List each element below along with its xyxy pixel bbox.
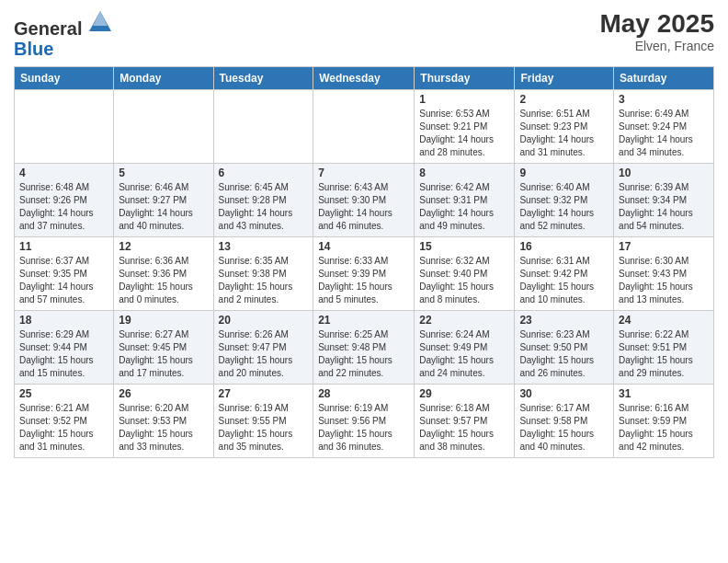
calendar-cell: 22Sunrise: 6:24 AM Sunset: 9:49 PM Dayli… [415,311,515,385]
day-info: Sunrise: 6:25 AM Sunset: 9:48 PM Dayligh… [318,328,409,380]
calendar-cell: 16Sunrise: 6:31 AM Sunset: 9:42 PM Dayli… [515,237,614,311]
day-info: Sunrise: 6:26 AM Sunset: 9:47 PM Dayligh… [219,328,309,380]
day-number: 15 [419,240,509,253]
day-number: 21 [318,314,409,327]
day-number: 16 [519,240,609,253]
day-info: Sunrise: 6:37 AM Sunset: 9:35 PM Dayligh… [19,255,108,306]
day-info: Sunrise: 6:40 AM Sunset: 9:32 PM Dayligh… [519,181,609,233]
calendar-cell: 1Sunrise: 6:53 AM Sunset: 9:21 PM Daylig… [415,90,515,164]
calendar-cell: 9Sunrise: 6:40 AM Sunset: 9:32 PM Daylig… [515,164,614,237]
weekday-header: Sunday [15,67,114,90]
calendar-week-row: 25Sunrise: 6:21 AM Sunset: 9:52 PM Dayli… [15,385,714,458]
calendar-table: SundayMondayTuesdayWednesdayThursdayFrid… [14,66,714,458]
day-number: 8 [419,167,509,179]
calendar-cell: 8Sunrise: 6:42 AM Sunset: 9:31 PM Daylig… [415,164,515,237]
calendar-cell [15,90,114,164]
day-info: Sunrise: 6:19 AM Sunset: 9:56 PM Dayligh… [318,402,409,454]
weekday-header: Saturday [614,67,714,90]
day-number: 7 [318,167,409,179]
month-year: May 2025 [599,9,714,39]
day-info: Sunrise: 6:39 AM Sunset: 9:34 PM Dayligh… [619,181,709,233]
calendar-cell: 14Sunrise: 6:33 AM Sunset: 9:39 PM Dayli… [313,237,415,311]
calendar-week-row: 18Sunrise: 6:29 AM Sunset: 9:44 PM Dayli… [15,311,714,385]
weekday-header: Friday [515,67,614,90]
day-number: 12 [119,240,208,253]
day-info: Sunrise: 6:19 AM Sunset: 9:55 PM Dayligh… [219,402,309,454]
day-info: Sunrise: 6:53 AM Sunset: 9:21 PM Dayligh… [419,108,509,159]
day-info: Sunrise: 6:46 AM Sunset: 9:27 PM Dayligh… [119,181,208,233]
day-number: 22 [419,314,509,327]
svg-marker-1 [93,11,108,26]
logo: General Blue [14,9,113,59]
calendar-week-row: 1Sunrise: 6:53 AM Sunset: 9:21 PM Daylig… [15,90,714,164]
logo-icon [82,18,113,39]
day-number: 19 [119,314,208,327]
logo-blue-text: Blue [14,39,53,59]
weekday-header: Tuesday [213,67,313,90]
day-info: Sunrise: 6:20 AM Sunset: 9:53 PM Dayligh… [119,402,208,454]
day-number: 17 [619,240,709,253]
day-info: Sunrise: 6:21 AM Sunset: 9:52 PM Dayligh… [19,402,108,454]
day-info: Sunrise: 6:49 AM Sunset: 9:24 PM Dayligh… [619,108,709,159]
day-info: Sunrise: 6:45 AM Sunset: 9:28 PM Dayligh… [219,181,309,233]
day-number: 2 [519,93,609,106]
day-info: Sunrise: 6:22 AM Sunset: 9:51 PM Dayligh… [619,328,709,380]
day-info: Sunrise: 6:30 AM Sunset: 9:43 PM Dayligh… [619,255,709,306]
day-info: Sunrise: 6:24 AM Sunset: 9:49 PM Dayligh… [419,328,509,380]
day-number: 30 [519,387,609,400]
day-number: 20 [219,314,309,327]
day-info: Sunrise: 6:23 AM Sunset: 9:50 PM Dayligh… [519,328,609,380]
day-number: 27 [219,387,309,400]
day-number: 6 [219,167,309,179]
weekday-header: Monday [114,67,213,90]
day-number: 24 [619,314,709,327]
day-number: 23 [519,314,609,327]
day-info: Sunrise: 6:33 AM Sunset: 9:39 PM Dayligh… [318,255,409,306]
calendar-cell: 7Sunrise: 6:43 AM Sunset: 9:30 PM Daylig… [313,164,415,237]
calendar-cell: 2Sunrise: 6:51 AM Sunset: 9:23 PM Daylig… [515,90,614,164]
header: General Blue May 2025 Elven, France [14,9,714,59]
day-info: Sunrise: 6:35 AM Sunset: 9:38 PM Dayligh… [219,255,309,306]
calendar-cell [313,90,415,164]
header-row: SundayMondayTuesdayWednesdayThursdayFrid… [15,67,714,90]
day-number: 29 [419,387,509,400]
day-number: 14 [318,240,409,253]
weekday-header: Wednesday [313,67,415,90]
calendar-week-row: 4Sunrise: 6:48 AM Sunset: 9:26 PM Daylig… [15,164,714,237]
day-number: 1 [419,93,509,106]
calendar-cell [114,90,213,164]
day-info: Sunrise: 6:27 AM Sunset: 9:45 PM Dayligh… [119,328,208,380]
day-number: 10 [619,167,709,179]
calendar-cell: 18Sunrise: 6:29 AM Sunset: 9:44 PM Dayli… [15,311,114,385]
day-info: Sunrise: 6:31 AM Sunset: 9:42 PM Dayligh… [519,255,609,306]
calendar-cell: 4Sunrise: 6:48 AM Sunset: 9:26 PM Daylig… [15,164,114,237]
calendar-week-row: 11Sunrise: 6:37 AM Sunset: 9:35 PM Dayli… [15,237,714,311]
day-number: 9 [519,167,609,179]
day-info: Sunrise: 6:32 AM Sunset: 9:40 PM Dayligh… [419,255,509,306]
calendar-cell: 30Sunrise: 6:17 AM Sunset: 9:58 PM Dayli… [515,385,614,458]
day-info: Sunrise: 6:17 AM Sunset: 9:58 PM Dayligh… [519,402,609,454]
calendar-cell: 31Sunrise: 6:16 AM Sunset: 9:59 PM Dayli… [614,385,714,458]
calendar-cell: 5Sunrise: 6:46 AM Sunset: 9:27 PM Daylig… [114,164,213,237]
day-info: Sunrise: 6:18 AM Sunset: 9:57 PM Dayligh… [419,402,509,454]
day-info: Sunrise: 6:48 AM Sunset: 9:26 PM Dayligh… [19,181,108,233]
title-block: May 2025 Elven, France [599,9,714,53]
day-info: Sunrise: 6:42 AM Sunset: 9:31 PM Dayligh… [419,181,509,233]
calendar-cell: 6Sunrise: 6:45 AM Sunset: 9:28 PM Daylig… [213,164,313,237]
calendar-cell: 23Sunrise: 6:23 AM Sunset: 9:50 PM Dayli… [515,311,614,385]
day-number: 25 [19,387,108,400]
logo-general-text: General [14,18,82,39]
calendar-cell: 12Sunrise: 6:36 AM Sunset: 9:36 PM Dayli… [114,237,213,311]
calendar-container: General Blue May 2025 Elven, France S [0,0,728,463]
day-number: 31 [619,387,709,400]
day-number: 13 [219,240,309,253]
day-info: Sunrise: 6:51 AM Sunset: 9:23 PM Dayligh… [519,108,609,159]
calendar-cell: 10Sunrise: 6:39 AM Sunset: 9:34 PM Dayli… [614,164,714,237]
day-number: 3 [619,93,709,106]
day-number: 5 [119,167,208,179]
calendar-cell: 3Sunrise: 6:49 AM Sunset: 9:24 PM Daylig… [614,90,714,164]
calendar-cell: 21Sunrise: 6:25 AM Sunset: 9:48 PM Dayli… [313,311,415,385]
calendar-cell: 26Sunrise: 6:20 AM Sunset: 9:53 PM Dayli… [114,385,213,458]
calendar-cell: 24Sunrise: 6:22 AM Sunset: 9:51 PM Dayli… [614,311,714,385]
calendar-cell: 15Sunrise: 6:32 AM Sunset: 9:40 PM Dayli… [415,237,515,311]
